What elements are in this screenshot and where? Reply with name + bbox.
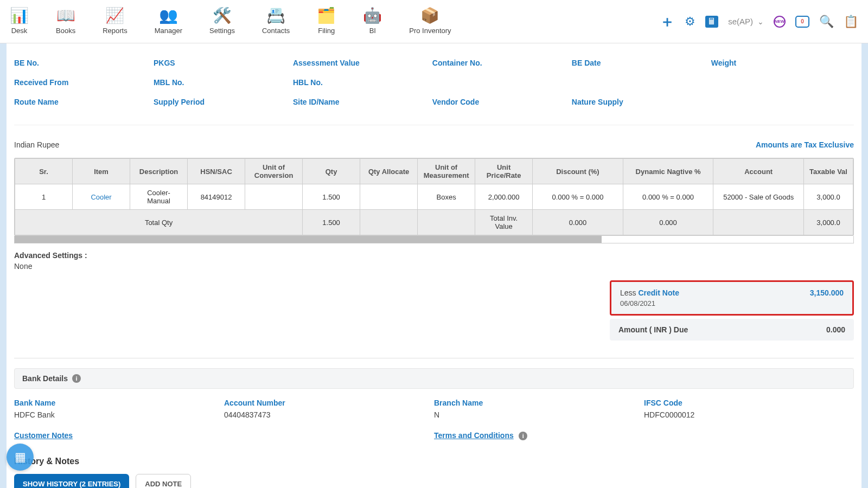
add-note-button[interactable]: ADD NOTE bbox=[136, 474, 191, 488]
terms-conditions-link[interactable]: Terms and Conditions bbox=[434, 431, 514, 440]
add-icon[interactable]: ＋ bbox=[660, 11, 675, 32]
table-row[interactable]: 1 Cooler Cooler- Manual 84149012 1.500 B… bbox=[15, 184, 853, 210]
header-fields: BE No. PKGS Assessment Value Container N… bbox=[14, 53, 854, 118]
apps-fab-button[interactable]: ▦ bbox=[7, 444, 34, 471]
contacts-icon: 📇 bbox=[266, 8, 285, 23]
field-route-name: Route Name bbox=[14, 92, 154, 112]
apps-grid-icon: ▦ bbox=[15, 450, 26, 464]
nav-contacts[interactable]: 📇Contacts bbox=[262, 8, 290, 35]
credit-note-date: 06/08/2021 bbox=[620, 299, 679, 307]
bank-details-grid: Bank Name HDFC Bank Account Number 04404… bbox=[14, 399, 854, 419]
credit-note-row: Less Credit Note 06/08/2021 3,150.000 bbox=[610, 280, 854, 316]
notification-icon[interactable]: 0 bbox=[795, 16, 809, 28]
new-badge-icon[interactable]: NEW bbox=[774, 16, 786, 28]
advanced-settings-value: None bbox=[14, 262, 854, 271]
field-received-from: Received From bbox=[14, 73, 154, 92]
tax-exclusive-toggle[interactable]: Amounts are Tax Exclusive bbox=[756, 140, 854, 149]
field-container-no: Container No. bbox=[432, 53, 572, 73]
field-be-no: BE No. bbox=[14, 53, 154, 73]
nav-filing[interactable]: 🗂️Filing bbox=[317, 8, 336, 35]
info-icon[interactable]: i bbox=[519, 432, 527, 440]
nav-desk[interactable]: 📊Desk bbox=[10, 8, 29, 35]
horizontal-scrollbar[interactable] bbox=[14, 236, 854, 243]
calculator-icon[interactable]: 🖩 bbox=[705, 16, 718, 28]
nav-reports[interactable]: 📈Reports bbox=[103, 8, 127, 35]
nav-pro-inventory[interactable]: 📦Pro Inventory bbox=[409, 8, 451, 35]
item-link[interactable]: Cooler bbox=[91, 193, 111, 201]
chevron-down-icon: ⌄ bbox=[757, 17, 764, 26]
field-supply-period: Supply Period bbox=[154, 92, 293, 112]
advanced-settings-label: Advanced Settings : bbox=[14, 243, 854, 262]
history-notes-title: History & Notes bbox=[14, 457, 854, 466]
bank-details-header: Bank Details i bbox=[14, 368, 854, 389]
currency-label: Indian Rupee bbox=[14, 140, 59, 149]
nav-bi[interactable]: 🤖BI bbox=[363, 8, 382, 35]
table-header-row: Sr.ItemDescription HSN/SACUnit of Conver… bbox=[15, 159, 853, 184]
search-icon[interactable]: 🔍 bbox=[819, 15, 834, 29]
items-table: Sr.ItemDescription HSN/SACUnit of Conver… bbox=[14, 158, 854, 236]
inventory-icon: 📦 bbox=[420, 8, 439, 23]
field-weight: Weight bbox=[711, 53, 851, 73]
nav-books[interactable]: 📖Books bbox=[56, 8, 75, 35]
field-be-date: BE Date bbox=[572, 53, 711, 73]
nav-manager[interactable]: 👥Manager bbox=[155, 8, 182, 35]
top-navbar: 📊Desk 📖Books 📈Reports 👥Manager 🛠️Setting… bbox=[0, 0, 868, 43]
credit-note-link[interactable]: Credit Note bbox=[638, 288, 679, 297]
credit-note-amount: 3,150.000 bbox=[810, 288, 844, 307]
settings-icon: 🛠️ bbox=[213, 8, 232, 23]
field-pkgs: PKGS bbox=[154, 53, 293, 73]
nav-settings[interactable]: 🛠️Settings bbox=[209, 8, 235, 35]
info-icon[interactable]: i bbox=[72, 374, 81, 383]
field-nature-supply: Nature Supply bbox=[572, 92, 711, 112]
clipboard-icon[interactable]: 📋 bbox=[844, 15, 858, 29]
books-icon: 📖 bbox=[56, 8, 75, 23]
field-hbl-no: HBL No. bbox=[293, 73, 432, 92]
amount-due-row: Amount ( INR ) Due 0.000 bbox=[610, 319, 854, 341]
reports-icon: 📈 bbox=[105, 8, 124, 23]
show-history-button[interactable]: SHOW HISTORY (2 ENTRIES) bbox=[14, 474, 129, 488]
user-menu[interactable]: se(AP) ⌄ bbox=[728, 17, 764, 26]
field-assessment-value: Assessment Value bbox=[293, 53, 432, 73]
field-site-id: Site ID/Name bbox=[293, 92, 432, 112]
filing-icon: 🗂️ bbox=[317, 8, 336, 23]
table-totals-row: Total Qty 1.500 Total Inv. Value 0.000 0… bbox=[15, 210, 853, 235]
manager-icon: 👥 bbox=[159, 8, 178, 23]
desk-icon: 📊 bbox=[10, 8, 29, 23]
bi-icon: 🤖 bbox=[363, 8, 382, 23]
gear-icon[interactable]: ⚙ bbox=[685, 15, 695, 29]
customer-notes-link[interactable]: Customer Notes bbox=[14, 431, 73, 440]
field-mbl-no: MBL No. bbox=[154, 73, 293, 92]
field-vendor-code: Vendor Code bbox=[432, 92, 572, 112]
main-content: BE No. PKGS Assessment Value Container N… bbox=[7, 43, 861, 488]
